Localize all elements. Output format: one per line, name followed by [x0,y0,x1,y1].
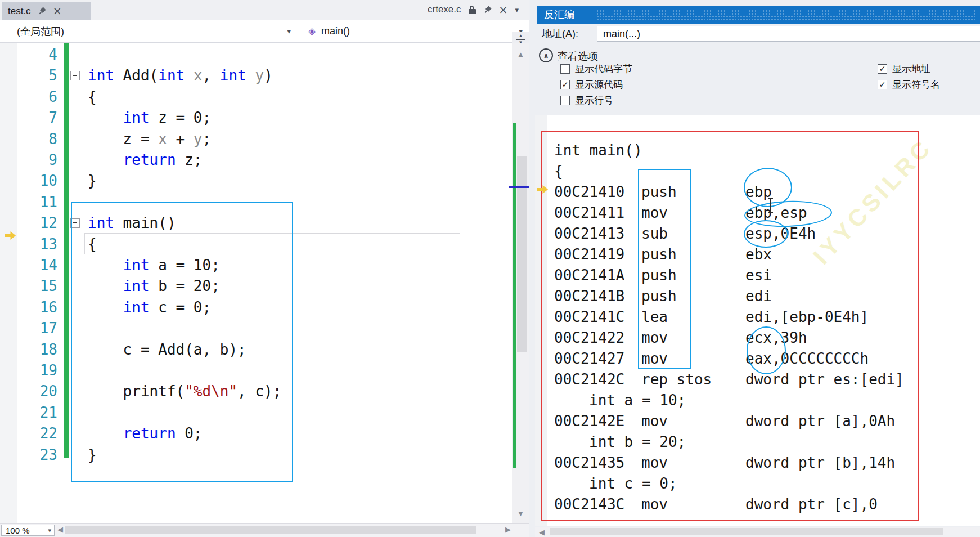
disasm-line: 00C21427moveax,0CCCCCCCCh [554,348,904,369]
instruction-mnemonic: rep stos [641,371,745,388]
instruction-address: 00C2141A [554,267,641,284]
disasm-line: 00C21413subesp,0E4h [554,223,904,244]
code-line[interactable]: 21 [0,402,514,423]
code-line[interactable]: 9 return z; [0,149,514,171]
chevron-down-icon: ▾ [48,527,51,534]
code-line[interactable]: 19 [0,360,514,381]
instruction-mnemonic: mov [641,454,745,471]
scrollbar-change-marks [513,123,516,468]
splitter-up-arrow-icon: ▲ [519,34,523,38]
lock-icon [469,6,476,14]
tab-label: test.c [8,6,31,17]
instruction-operands: ecx,39h [745,329,807,346]
close-icon[interactable]: × [53,6,62,16]
checkbox-option[interactable]: ✓显示源代码 [560,77,632,92]
symbol-line: int main() [554,142,642,159]
horizontal-scrollbar-thumb[interactable] [65,526,476,534]
code-line[interactable]: 17 [0,317,514,339]
code-text: int Add(int x, int y) [88,67,273,84]
checkbox-option[interactable]: ✓显示地址 [878,61,940,77]
disasm-line: int c = 0; [554,473,904,494]
code-line[interactable]: 4 [0,44,514,65]
scroll-right-button[interactable]: ▶ [505,526,511,533]
code-line[interactable]: 8 z = x + y; [0,128,514,150]
chevron-up-icon: ∧ [543,52,549,60]
checkbox-option[interactable]: 显示行号 [560,92,632,108]
code-line[interactable]: 23} [0,444,514,466]
disasm-line: 00C21422movecx,39h [554,327,904,348]
code-line[interactable]: 18 c = Add(a, b); [0,339,514,360]
code-line[interactable]: 15 int b = 20; [0,275,514,297]
zoom-level-dropdown[interactable]: 100 % ▾ [1,525,55,536]
line-number: 13 [0,236,62,253]
scroll-down-button[interactable]: ▼ [517,510,524,517]
code-line[interactable]: 14 int a = 10; [0,254,514,276]
pin-icon[interactable] [481,3,493,15]
disassembly-title-bar[interactable]: 反汇编 [537,6,980,24]
tab-label: crtexe.c [428,4,461,15]
instruction-mnemonic: sub [641,225,745,242]
checkbox-label: 显示代码字节 [575,62,632,75]
code-line[interactable]: 16 int c = 0; [0,297,514,318]
scroll-left-button[interactable]: ◀ [57,526,63,533]
checkbox-option[interactable]: ✓显示符号名 [878,77,940,92]
scroll-left-button[interactable]: ◀ [539,529,545,536]
line-number: 14 [0,257,62,274]
code-line[interactable]: 7 int z = 0; [0,107,514,128]
code-line[interactable]: 10} [0,170,514,191]
checkbox-option[interactable]: 显示代码字节 [560,61,632,77]
disasm-line: 00C2143Cmovdword ptr [c],0 [554,494,904,514]
unchecked-checkbox-icon[interactable] [560,96,570,105]
scope-dropdown[interactable]: (全局范围) ▾ [0,20,300,42]
tab-test-c[interactable]: test.c × [2,2,91,20]
code-editor[interactable]: 45int Add(int x, int y)6{7 int z = 0;8 z… [0,43,514,523]
line-number: 4 [0,46,62,63]
fold-toggle-icon[interactable] [70,71,80,80]
code-line[interactable]: 20 printf("%d\n", c); [0,381,514,402]
instruction-mnemonic: mov [641,329,745,346]
line-number: 11 [0,194,62,211]
checked-checkbox-icon[interactable]: ✓ [560,80,570,90]
pin-icon[interactable] [36,5,48,17]
horizontal-scrollbar-thumb[interactable] [550,528,943,535]
code-text: { [88,236,97,253]
instruction-mnemonic: push [641,184,745,200]
fold-toggle-icon[interactable] [70,218,80,228]
fold-margin[interactable] [62,71,88,80]
chevron-down-icon[interactable]: ▾ [515,6,519,14]
instruction-address: 00C21435 [554,454,641,471]
disasm-line: 00C2142Emovdword ptr [a],0Ah [554,410,904,431]
function-dropdown[interactable]: ◈ main() ▾ [300,20,529,42]
collapse-options-button[interactable]: ∧ [539,48,553,62]
function-dropdown-value: main() [321,25,350,37]
code-line[interactable]: 13{ [0,234,514,255]
fold-margin[interactable] [62,218,88,228]
checked-checkbox-icon[interactable]: ✓ [878,64,887,74]
code-line[interactable]: 22 return 0; [0,423,514,444]
address-input[interactable] [597,26,980,42]
unchecked-checkbox-icon[interactable] [560,64,570,74]
code-line[interactable]: 6{ [0,86,514,108]
instruction-address: 00C2142C [554,371,641,388]
scroll-up-button[interactable]: ▲ [517,51,524,58]
close-icon[interactable]: × [499,5,508,15]
code-line[interactable]: 5int Add(int x, int y) [0,65,514,86]
disassembly-panel: 反汇编 地址(A): ∧ 查看选项 显示代码字节✓显示源代码显示行号 ✓显示地址… [529,0,980,537]
code-text: return z; [88,151,203,168]
line-number: 20 [0,383,62,400]
code-text: int z = 0; [88,109,211,126]
instruction-address: 00C2142E [554,413,641,429]
instruction-address: 00C2141C [554,308,641,325]
disassembly-lines: int main(){00C21410pushebp00C21411movebp… [554,140,904,514]
instruction-operands: ebp,esp [745,204,807,221]
instruction-address: 00C21419 [554,246,641,263]
tab-crtexe-c[interactable]: crtexe.c × ▾ [428,4,519,15]
instruction-address: 00C2143C [554,496,641,513]
code-line[interactable]: 11 [0,191,514,213]
code-line[interactable]: 12int main() [0,212,514,234]
text-cursor-ibeam [770,198,771,213]
checkbox-label: 显示源代码 [575,78,623,91]
code-text: return 0; [88,425,203,442]
checked-checkbox-icon[interactable]: ✓ [878,80,887,90]
line-number: 15 [0,278,62,294]
